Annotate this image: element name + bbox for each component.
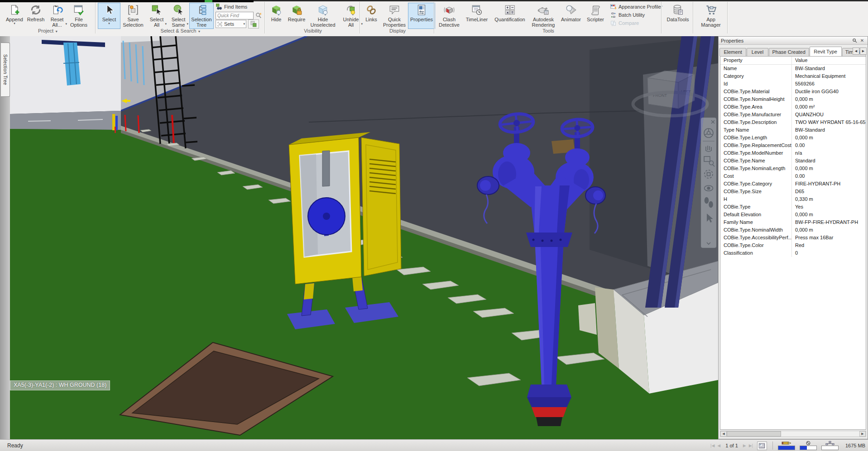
property-row[interactable]: COBie.Type.Name Standard [720, 157, 866, 165]
find-items-icon [216, 3, 223, 10]
selection-tree-button[interactable]: Selection Tree [189, 3, 214, 29]
property-row[interactable]: Id 5569266 [720, 80, 866, 88]
refresh-button[interactable]: Refresh [25, 3, 46, 29]
sets-dropdown[interactable]: Sets ▾ [216, 20, 246, 28]
reset-all-caret-icon: ▾ [65, 22, 67, 26]
properties-panel-titlebar[interactable]: Properties ✕ [719, 37, 868, 45]
selection-tree-tab[interactable]: Selection Tree [1, 43, 10, 97]
property-row[interactable]: Category Mechanical Equipment [720, 72, 866, 80]
property-row[interactable]: COBie.Type Yes [720, 203, 866, 211]
property-row[interactable]: COBie.Type.NominalLength 0,000 m [720, 165, 866, 172]
property-row[interactable]: Family Name BW-FP-FIRE-HYDRANT-PH [720, 218, 866, 226]
scroll-left-icon[interactable]: ◀ [720, 431, 727, 437]
property-row[interactable]: COBie.Type.Length 0,000 m [720, 134, 866, 142]
property-row[interactable]: COBie.Type.AccessibilityPerf... Press ma… [720, 234, 866, 242]
first-sheet-icon[interactable]: |◀ [710, 443, 715, 448]
unhide-all-icon [345, 4, 357, 16]
property-row[interactable]: Name BW-Standard [720, 65, 866, 72]
find-items-button[interactable]: Find Items [216, 3, 266, 11]
property-row[interactable]: COBie.Type.ReplacementCost 0.00 [720, 142, 866, 149]
property-row[interactable]: Classification 0 [720, 249, 866, 257]
last-sheet-icon[interactable]: ▶| [749, 443, 753, 448]
hide-button[interactable]: Hide [267, 3, 286, 29]
scrollbar-track[interactable] [727, 431, 859, 437]
property-row[interactable]: Type Name BW-Standard [720, 126, 866, 134]
quick-find-search-icon[interactable] [255, 12, 262, 19]
property-value: Press max 16Bar [792, 234, 866, 242]
require-button[interactable]: Require [286, 3, 307, 29]
reset-all-button[interactable]: Reset All... ▾ [46, 3, 68, 29]
tab-element[interactable]: Element [719, 48, 746, 56]
quantification-button[interactable]: Quantification [491, 3, 528, 29]
save-selection-button[interactable]: Save Selection [120, 3, 146, 29]
property-row[interactable]: H 0,330 m [720, 195, 866, 203]
select-all-button[interactable]: Select All ▾ [146, 3, 168, 29]
datatools-button[interactable]: DataTools [664, 3, 692, 29]
tab-scroll-left-icon[interactable]: ◀ [853, 47, 859, 55]
tab-level[interactable]: Level [747, 48, 768, 56]
property-row[interactable]: COBie.Type.Area 0,000 m² [720, 103, 866, 111]
viewport-3d-scene[interactable]: FRONT LEFT [10, 36, 718, 439]
sheet-browser-button[interactable] [757, 442, 767, 450]
close-icon[interactable]: ✕ [859, 38, 865, 43]
group-label-project[interactable]: Project▼ [0, 28, 96, 35]
append-button[interactable]: Append ▾ [4, 3, 25, 29]
select-same-caret-icon: ▾ [187, 22, 188, 26]
scrollbar-thumb[interactable] [727, 431, 781, 437]
scripter-button[interactable]: Scripter [584, 3, 607, 29]
quick-find-input[interactable] [216, 12, 254, 19]
property-row[interactable]: COBie.Type.NominalHeight 0,000 m [720, 95, 866, 103]
property-row[interactable]: COBie.Type.Manufacturer QUANZHOU [720, 111, 866, 119]
cabinet-pipe [322, 151, 330, 186]
clash-detective-label: Clash Detective [439, 17, 460, 28]
group-label-select-search[interactable]: Select & Search▼ [97, 28, 264, 35]
properties-horizontal-scrollbar[interactable]: ◀ ▶ [720, 431, 866, 437]
group-separator [693, 2, 694, 33]
tab-scroll-right-icon[interactable]: ▶ [860, 47, 867, 55]
property-value: QUANZHOU [792, 111, 866, 119]
tab-phase-created[interactable]: Phase Created [769, 48, 809, 56]
property-row[interactable]: COBie.Type.Color Red [720, 242, 866, 249]
properties-button[interactable]: Properties [408, 3, 435, 29]
select-button[interactable]: Select ▾ [98, 3, 120, 29]
next-sheet-icon[interactable]: ▶ [743, 443, 746, 448]
property-value: 0.00 [792, 172, 866, 180]
compare-button[interactable]: Compare [610, 19, 662, 27]
previous-sheet-icon[interactable]: ◀ [717, 443, 720, 448]
properties-icon [416, 4, 427, 16]
selection-inspector-button[interactable] [248, 19, 259, 28]
ribbon-group-project: Append ▾ Refresh Reset All... ▾ File Opt… [4, 3, 90, 28]
property-row[interactable]: COBie.Type.Description TWO WAY HYRDANT 6… [720, 119, 866, 126]
scroll-right-icon[interactable]: ▶ [859, 431, 866, 437]
pin-icon[interactable] [851, 38, 858, 43]
app-manager-button[interactable]: App Manager [695, 3, 726, 29]
property-row[interactable]: COBie.Type.Category FIRE-HYDRANT-PH [720, 180, 866, 188]
clash-detective-button[interactable]: Clash Detective [436, 3, 462, 29]
file-options-button[interactable]: File Options [68, 3, 90, 29]
links-button[interactable]: Links [362, 3, 381, 29]
property-row[interactable]: COBie.Type.NominalWidth 0,000 m [720, 226, 866, 234]
viewport[interactable]: FRONT LEFT [10, 36, 718, 439]
group-label-display: Display [361, 28, 434, 35]
appearance-profiler-button[interactable]: Appearance Profiler [610, 3, 662, 11]
save-selection-icon [127, 4, 139, 16]
quick-properties-button[interactable]: Quick Properties [381, 3, 408, 29]
property-row[interactable]: COBie.Type.ModelNumber n/a [720, 149, 866, 157]
group-separator [360, 2, 360, 33]
navigation-bar[interactable] [701, 118, 716, 248]
property-row[interactable]: COBie.Type.Material Ductile iron GGG40 [720, 88, 866, 95]
select-same-button[interactable]: Select Same ▾ [168, 3, 189, 29]
tab-revit-type[interactable]: Revit Type [810, 47, 842, 56]
hide-unselected-button[interactable]: Hide Unselected [307, 3, 338, 29]
property-row[interactable]: COBie.Type.Size D65 [720, 188, 866, 195]
timeliner-button[interactable]: TimeLiner [462, 3, 491, 29]
property-row[interactable]: Cost 0.00 [720, 172, 866, 180]
properties-table: Property Value Name BW-Standard Category… [720, 56, 866, 430]
property-name: COBie.Type.Area [720, 103, 792, 111]
property-row[interactable]: Default Elevation 0,000 m [720, 211, 866, 218]
autodesk-rendering-button[interactable]: Autodesk Rendering [528, 3, 558, 29]
tools-column: Appearance Profiler Batch Utility Compar… [610, 3, 662, 27]
animator-button[interactable]: Animator [558, 3, 584, 29]
batch-utility-button[interactable]: Batch Utility [610, 11, 662, 19]
walk-footprints-icon[interactable] [705, 198, 709, 204]
